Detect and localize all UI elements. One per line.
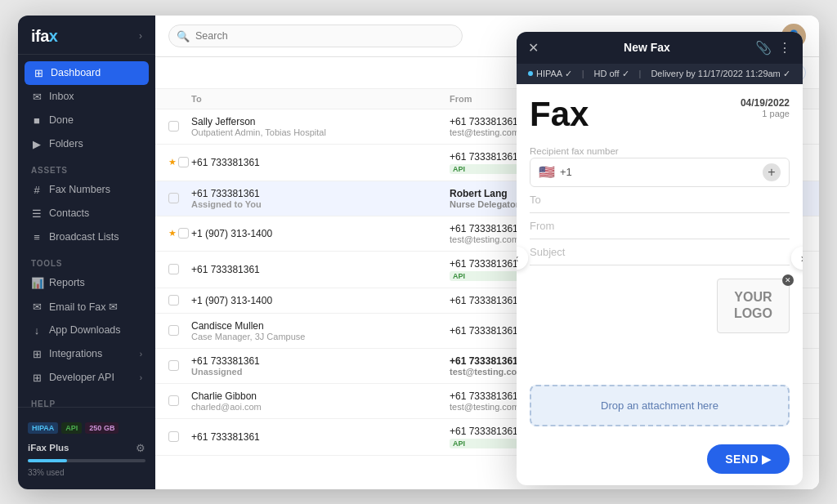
hipaa-label: HIPAA ✓ bbox=[536, 69, 572, 79]
subject-field[interactable] bbox=[530, 239, 790, 265]
sidebar-item-email-to-fax[interactable]: ✉ Email to Fax ✉ bbox=[18, 295, 155, 319]
attachment-icon[interactable]: 📎 bbox=[755, 40, 772, 56]
sidebar-item-contacts[interactable]: ☰ Contacts bbox=[18, 202, 155, 225]
new-fax-footer: SEND ▶ bbox=[517, 436, 803, 485]
to-sub: Unassigned bbox=[191, 367, 450, 377]
new-fax-title: New Fax bbox=[539, 41, 755, 54]
fax-number-input[interactable] bbox=[577, 166, 758, 178]
sidebar: ifax › ⊞ Dashboard ✉ Inbox ■ Done ▶ Fold… bbox=[18, 16, 155, 489]
to-name: +61 733381361 bbox=[191, 157, 450, 168]
logo-accent: x bbox=[49, 27, 58, 45]
inbox-icon: ✉ bbox=[31, 91, 43, 103]
to-sub: Assigned to You bbox=[191, 199, 450, 209]
add-fax-number-button[interactable]: + bbox=[763, 163, 781, 181]
row-checkbox[interactable] bbox=[168, 431, 179, 442]
plan-label: iFax Plus bbox=[28, 443, 69, 453]
hd-label: HD off ✓ bbox=[594, 69, 629, 79]
star-icon: ★ bbox=[168, 157, 177, 167]
row-checkbox[interactable] bbox=[178, 157, 189, 167]
to-name: +61 733381361 bbox=[191, 188, 450, 199]
to-sub: charled@aoi.com bbox=[191, 402, 450, 412]
flag-icon: 🇺🇸 bbox=[539, 164, 555, 180]
chevron-down-icon: › bbox=[140, 350, 142, 359]
search-input[interactable] bbox=[168, 25, 463, 47]
progress-label: 33% used bbox=[28, 468, 64, 477]
chevron-icon: › bbox=[139, 30, 142, 42]
row-checkbox[interactable] bbox=[168, 121, 179, 132]
delivery-toggle[interactable]: Delivery by 11/17/2022 11:29am ✓ bbox=[651, 69, 790, 79]
app-container: ifax › ⊞ Dashboard ✉ Inbox ■ Done ▶ Fold… bbox=[18, 16, 819, 489]
sidebar-item-fax-numbers[interactable]: # Fax Numbers bbox=[18, 178, 155, 202]
to-name: +61 733381361 bbox=[191, 431, 450, 443]
sidebar-item-folders[interactable]: ▶ Folders bbox=[18, 132, 155, 156]
sidebar-item-dashboard[interactable]: ⊞ Dashboard bbox=[25, 61, 149, 85]
downloads-icon: ↓ bbox=[31, 324, 43, 337]
row-checkbox[interactable] bbox=[168, 325, 179, 336]
sidebar-item-developer-api[interactable]: ⊞ Developer API › bbox=[18, 366, 155, 390]
sidebar-item-inbox[interactable]: ✉ Inbox bbox=[18, 85, 155, 109]
tools-section-label: TOOLS bbox=[18, 249, 155, 271]
assets-section-label: ASSETS bbox=[18, 156, 155, 178]
row-checkbox[interactable] bbox=[168, 193, 179, 203]
row-checkbox[interactable] bbox=[168, 395, 179, 406]
sidebar-nav: ⊞ Dashboard ✉ Inbox ■ Done ▶ Folders ASS… bbox=[18, 55, 155, 407]
logo-remove-button[interactable]: ✕ bbox=[782, 274, 794, 286]
sidebar-item-label: Integrations bbox=[49, 348, 102, 359]
progress-bar-wrap bbox=[28, 459, 145, 462]
sidebar-bottom: HIPAA API 250 GB iFax Plus ⚙ 33% used bbox=[18, 407, 155, 489]
hd-toggle[interactable]: HD off ✓ bbox=[594, 69, 629, 79]
badge-row: HIPAA API 250 GB bbox=[28, 422, 145, 434]
broadcast-icon: ≡ bbox=[31, 231, 43, 243]
send-button[interactable]: SEND ▶ bbox=[707, 444, 790, 474]
dashboard-icon: ⊞ bbox=[33, 67, 44, 79]
row-checkbox[interactable] bbox=[168, 264, 179, 274]
fax-numbers-icon: # bbox=[31, 184, 43, 196]
sidebar-item-done[interactable]: ■ Done bbox=[18, 109, 155, 132]
row-checkbox[interactable] bbox=[168, 360, 179, 371]
close-icon[interactable]: ✕ bbox=[528, 40, 539, 56]
from-field[interactable] bbox=[530, 213, 790, 239]
logo-box: ✕ YOUR LOGO bbox=[717, 279, 790, 334]
to-name: +1 (907) 313-1400 bbox=[191, 295, 450, 306]
delivery-label: Delivery by 11/17/2022 11:29am ✓ bbox=[651, 69, 790, 79]
sidebar-item-broadcast-lists[interactable]: ≡ Broadcast Lists bbox=[18, 225, 155, 249]
more-options-icon[interactable]: ⋮ bbox=[778, 40, 791, 56]
to-sub: Outpatient Admin, Tobias Hospital bbox=[191, 127, 450, 137]
sidebar-item-label: Contacts bbox=[49, 207, 89, 219]
fax-number-row: 🇺🇸 +1 + bbox=[530, 158, 790, 187]
sidebar-item-label: Fax Numbers bbox=[49, 184, 110, 195]
integrations-icon: ⊞ bbox=[31, 348, 43, 360]
sidebar-item-integrations[interactable]: ⊞ Integrations › bbox=[18, 342, 155, 366]
row-checkbox[interactable] bbox=[168, 295, 179, 306]
done-icon: ■ bbox=[31, 114, 43, 127]
logo-area: ✕ YOUR LOGO bbox=[530, 279, 790, 334]
sidebar-item-label: Reports bbox=[49, 277, 85, 288]
fax-date: 04/19/2022 bbox=[741, 97, 790, 109]
chevron-down-icon: › bbox=[140, 373, 142, 382]
sidebar-item-app-downloads[interactable]: ↓ App Downloads bbox=[18, 319, 155, 342]
folders-icon: ▶ bbox=[31, 138, 43, 150]
sidebar-item-reports[interactable]: 📊 Reports bbox=[18, 271, 155, 295]
fax-pages: 1 page bbox=[741, 109, 790, 118]
storage-badge: 250 GB bbox=[85, 422, 119, 434]
new-fax-panel: ‹ › ✕ New Fax 📎 ⋮ HIPAA ✓ | HD off ✓ | D… bbox=[517, 32, 803, 485]
fax-heading: Fax bbox=[530, 97, 589, 132]
attachment-label: Drop an attachment here bbox=[601, 399, 718, 412]
sidebar-item-label: Inbox bbox=[49, 91, 74, 102]
new-fax-topbar: ✕ New Fax 📎 ⋮ bbox=[517, 32, 803, 64]
to-field[interactable] bbox=[530, 187, 790, 213]
sidebar-item-label: Folders bbox=[49, 138, 83, 149]
sidebar-item-label: Developer API bbox=[49, 372, 114, 383]
api-badge: API bbox=[61, 422, 82, 434]
email-fax-icon: ✉ bbox=[31, 301, 43, 313]
sidebar-item-label: App Downloads bbox=[49, 324, 121, 336]
row-checkbox[interactable] bbox=[178, 228, 189, 239]
attachment-drop-zone[interactable]: Drop an attachment here bbox=[530, 385, 790, 426]
sidebar-item-label: Email to Fax ✉ bbox=[49, 301, 118, 313]
hipaa-toggle[interactable]: HIPAA ✓ bbox=[528, 69, 572, 79]
to-name: +1 (907) 313-1400 bbox=[191, 228, 450, 239]
to-name: Charlie Gibbon bbox=[191, 390, 450, 402]
gear-icon[interactable]: ⚙ bbox=[136, 442, 145, 454]
to-name: +61 733381361 bbox=[191, 264, 450, 275]
developer-api-icon: ⊞ bbox=[31, 372, 43, 384]
